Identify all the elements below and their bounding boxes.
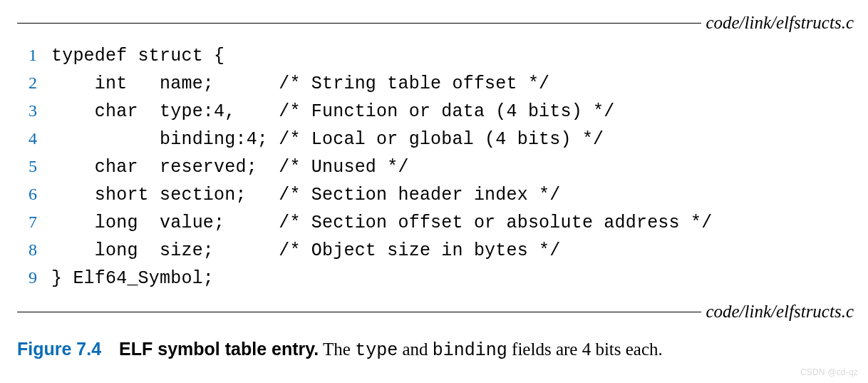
figure-caption: Figure 7.4 ELF symbol table entry. The t…	[0, 337, 868, 363]
code-line: 4 binding:4; /* Local or global (4 bits)…	[0, 125, 868, 153]
inline-code-binding: binding	[433, 340, 507, 361]
bottom-rule-row: code/link/elfstructs.c	[0, 302, 868, 322]
code-line: 3 char type:4, /* Function or data (4 bi…	[0, 97, 868, 125]
line-number: 7	[0, 213, 40, 230]
code-text: long value; /* Section offset or absolut…	[40, 214, 712, 232]
code-listing: 1 typedef struct { 2 int name; /* String…	[0, 41, 868, 292]
code-text: char reserved; /* Unused */	[40, 158, 409, 176]
code-text: char type:4, /* Function or data (4 bits…	[40, 103, 615, 121]
bottom-rule	[17, 312, 701, 312]
line-number: 8	[0, 241, 40, 258]
figure-number: Figure 7.4	[17, 339, 101, 359]
figure-desc-post: fields are 4 bits each.	[507, 339, 663, 359]
code-text: } Elf64_Symbol;	[40, 270, 214, 287]
code-line: 5 char reserved; /* Unused */	[0, 153, 868, 180]
file-path-bottom: code/link/elfstructs.c	[701, 302, 854, 322]
line-number: 9	[0, 269, 40, 286]
code-text: typedef struct {	[40, 47, 224, 65]
file-path-top: code/link/elfstructs.c	[701, 13, 854, 33]
code-line: 2 int name; /* String table offset */	[0, 69, 868, 97]
code-line: 7 long value; /* Section offset or absol…	[0, 208, 868, 236]
line-number: 5	[0, 158, 40, 175]
code-line: 1 typedef struct {	[0, 41, 868, 69]
top-rule-row: code/link/elfstructs.c	[0, 13, 868, 33]
code-line: 6 short section; /* Section header index…	[0, 180, 868, 208]
code-text: short section; /* Section header index *…	[40, 186, 561, 204]
code-text: int name; /* String table offset */	[40, 75, 549, 93]
code-line: 8 long size; /* Object size in bytes */	[0, 236, 868, 264]
top-rule	[17, 23, 701, 24]
line-number: 4	[0, 130, 40, 147]
code-text: binding:4; /* Local or global (4 bits) *…	[40, 131, 604, 148]
figure-desc-pre: The	[323, 339, 355, 359]
line-number: 2	[0, 74, 40, 91]
inline-code-type: type	[355, 340, 398, 361]
figure-title: ELF symbol table entry.	[119, 339, 319, 359]
line-number: 6	[0, 185, 40, 203]
watermark: CSDN @cd-qz	[800, 367, 858, 377]
figure-desc-mid: and	[398, 339, 433, 359]
code-text: long size; /* Object size in bytes */	[40, 242, 561, 260]
line-number: 3	[0, 102, 40, 119]
line-number: 1	[0, 46, 40, 63]
code-line: 9 } Elf64_Symbol;	[0, 264, 868, 292]
